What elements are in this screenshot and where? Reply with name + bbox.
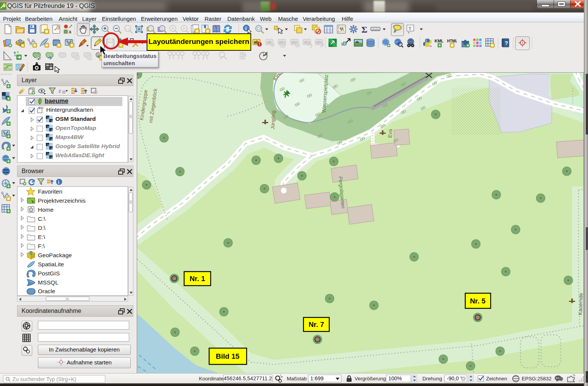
svg-text:T: T: [408, 25, 411, 31]
svg-text:Eva: Eva: [387, 129, 393, 138]
svg-text:Nr. 1: Nr. 1: [189, 275, 205, 283]
svg-text:KML: KML: [435, 39, 444, 43]
svg-text:abc: abc: [316, 40, 323, 44]
svg-text:1:1: 1:1: [125, 27, 130, 31]
svg-text:Σ: Σ: [361, 25, 368, 34]
svg-text:>: >: [430, 44, 432, 48]
svg-text:ε: ε: [59, 88, 61, 94]
svg-text:Kauernde: Kauernde: [577, 293, 583, 315]
svg-text:a: a: [69, 29, 72, 34]
svg-text:Nr. 7: Nr. 7: [308, 320, 324, 328]
svg-text:abc: abc: [279, 40, 286, 44]
svg-text:HTML: HTML: [447, 39, 457, 43]
svg-text:?: ?: [505, 40, 508, 46]
svg-text:i: i: [58, 179, 59, 185]
svg-text:Nr. 5: Nr. 5: [470, 297, 486, 305]
svg-text:ıD: ıD: [341, 41, 347, 47]
svg-text:Bild 15: Bild 15: [216, 352, 240, 360]
svg-text:Jüngling: Jüngling: [270, 110, 277, 130]
